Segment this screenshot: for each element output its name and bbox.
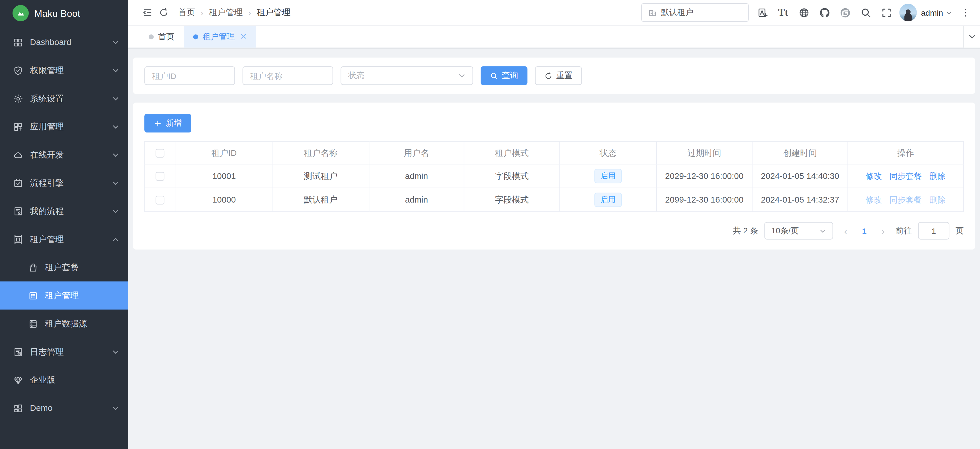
chevron-down-icon — [945, 9, 952, 16]
column-header: 过期时间 — [656, 142, 752, 164]
sidebar-item-2[interactable]: 系统设置 — [0, 84, 128, 112]
tab-1-active[interactable]: 租户管理✕ — [184, 26, 256, 48]
sidebar-item-10[interactable]: 租户数据源 — [0, 310, 128, 338]
page-content: 状态 查询 重置 新增 租户ID租户名称用户名租户模式状态过期时间创建时间操作 — [128, 49, 980, 449]
action-link-0[interactable]: 修改 — [865, 195, 882, 204]
user-menu[interactable]: admin — [921, 8, 953, 17]
top-navbar: 首页›租户管理›租户管理 默认租户 Tt admin ⋮ — [128, 0, 980, 26]
sidebar-collapse-icon[interactable] — [140, 4, 156, 21]
database-icon — [28, 318, 38, 329]
tabs-dropdown-icon[interactable] — [963, 26, 980, 48]
apps-icon — [13, 121, 23, 132]
sidebar-item-label: 流程引擎 — [30, 177, 112, 189]
tenant-select[interactable]: 默认租户 — [641, 3, 749, 22]
chevron-down-icon — [112, 179, 119, 187]
search-button[interactable]: 查询 — [480, 66, 528, 85]
prev-page-button[interactable]: ‹ — [839, 225, 852, 236]
chevron-up-icon — [112, 235, 119, 243]
sidebar-item-6[interactable]: 我的流程 — [0, 197, 128, 225]
breadcrumb-item[interactable]: 首页 — [178, 7, 195, 18]
action-link-1[interactable]: 同步套餐 — [889, 195, 922, 204]
refresh-icon[interactable] — [156, 4, 172, 21]
tab-dot — [149, 34, 154, 39]
chevron-down-icon — [112, 348, 119, 356]
sidebar-item-12[interactable]: 企业版 — [0, 366, 128, 394]
row-checkbox[interactable] — [156, 172, 165, 181]
column-header: 用户名 — [369, 142, 464, 164]
app-root: Maku Boot Dashboard权限管理系统设置应用管理在线开发流程引擎我… — [0, 0, 980, 449]
refresh-icon — [544, 72, 553, 80]
github-icon[interactable] — [814, 3, 835, 22]
translate-icon[interactable] — [752, 3, 773, 22]
bag-icon — [28, 262, 38, 273]
sidebar-item-11[interactable]: 日志管理 — [0, 337, 128, 366]
search-icon[interactable] — [855, 3, 876, 22]
grid-icon — [13, 37, 23, 48]
action-link-2[interactable]: 删除 — [929, 171, 945, 181]
font-size-icon[interactable]: Tt — [773, 3, 793, 22]
calendar-check-icon — [13, 177, 23, 188]
sidebar-item-7[interactable]: 租户管理 — [0, 225, 128, 253]
tenant-name-input[interactable] — [243, 66, 333, 85]
filter-panel: 状态 查询 重置 — [133, 58, 975, 94]
add-button[interactable]: 新增 — [144, 114, 191, 133]
sidebar-item-4[interactable]: 在线开发 — [0, 141, 128, 169]
fullscreen-icon[interactable] — [876, 3, 897, 22]
main-column: 首页›租户管理›租户管理 默认租户 Tt admin ⋮ 首页租户管理✕ — [128, 0, 980, 449]
globe-icon[interactable] — [794, 3, 814, 22]
chevron-down-icon — [112, 95, 119, 102]
sidebar-item-1[interactable]: 权限管理 — [0, 56, 128, 85]
table-header-row: 租户ID租户名称用户名租户模式状态过期时间创建时间操作 — [145, 142, 964, 164]
sidebar-item-label: 租户数据源 — [45, 318, 119, 329]
tab-0[interactable]: 首页 — [140, 26, 184, 48]
cloud-icon — [13, 150, 23, 160]
cell-actions: 修改同步套餐删除 — [848, 164, 964, 188]
status-badge: 启用 — [594, 169, 622, 184]
breadcrumb-separator: › — [201, 8, 204, 17]
next-page-button[interactable]: › — [877, 225, 889, 236]
logo-mountain-icon — [13, 5, 29, 21]
tenant-table: 租户ID租户名称用户名租户模式状态过期时间创建时间操作 10001 测试租户 a… — [144, 141, 964, 212]
breadcrumb-separator: › — [248, 8, 251, 17]
app-logo[interactable]: Maku Boot — [0, 0, 128, 26]
tenant-id-input[interactable] — [144, 66, 235, 85]
sidebar-item-label: 应用管理 — [30, 121, 112, 133]
doc-user-icon — [13, 206, 23, 216]
sidebar-item-5[interactable]: 流程引擎 — [0, 169, 128, 197]
table-panel: 新增 租户ID租户名称用户名租户模式状态过期时间创建时间操作 10001 测试租… — [133, 102, 975, 249]
chevron-down-icon — [112, 151, 119, 158]
sidebar-item-label: 租户管理 — [45, 290, 119, 301]
select-all-checkbox[interactable] — [156, 149, 165, 158]
breadcrumb-item: 租户管理 — [257, 7, 291, 18]
sidebar-item-3[interactable]: 应用管理 — [0, 112, 128, 141]
column-header: 创建时间 — [752, 142, 848, 164]
sidebar: Maku Boot Dashboard权限管理系统设置应用管理在线开发流程引擎我… — [0, 0, 128, 449]
action-link-0[interactable]: 修改 — [865, 171, 882, 181]
reset-button[interactable]: 重置 — [535, 66, 582, 85]
cell-tenant-id: 10001 — [176, 164, 272, 188]
breadcrumb-item[interactable]: 租户管理 — [209, 7, 243, 18]
sidebar-item-0[interactable]: Dashboard — [0, 28, 128, 56]
avatar[interactable] — [899, 4, 916, 21]
sidebar-item-8[interactable]: 租户套餐 — [0, 253, 128, 281]
close-icon[interactable]: ✕ — [240, 32, 247, 41]
goto-page-input[interactable] — [918, 222, 950, 239]
row-checkbox[interactable] — [156, 196, 165, 205]
kebab-menu-icon[interactable]: ⋮ — [959, 3, 972, 22]
status-select[interactable]: 状态 — [340, 66, 473, 85]
pagination-total: 共 2 条 — [733, 225, 758, 236]
gitee-icon[interactable] — [835, 3, 855, 22]
sidebar-item-label: Dashboard — [30, 38, 112, 47]
sidebar-item-13[interactable]: Demo — [0, 394, 128, 422]
page-unit: 页 — [956, 225, 964, 236]
page-size-select[interactable]: 10条/页 — [764, 222, 833, 239]
chevron-down-icon — [112, 123, 119, 130]
cell-actions: 修改同步套餐删除 — [848, 188, 964, 212]
current-page[interactable]: 1 — [858, 226, 871, 236]
cell-tenant-name: 默认租户 — [272, 188, 369, 212]
action-link-2[interactable]: 删除 — [929, 195, 945, 204]
chevron-down-icon — [458, 72, 466, 79]
action-link-1[interactable]: 同步套餐 — [889, 171, 922, 181]
sidebar-item-9-active[interactable]: 租户管理 — [0, 281, 128, 310]
tab-label: 首页 — [158, 31, 174, 42]
